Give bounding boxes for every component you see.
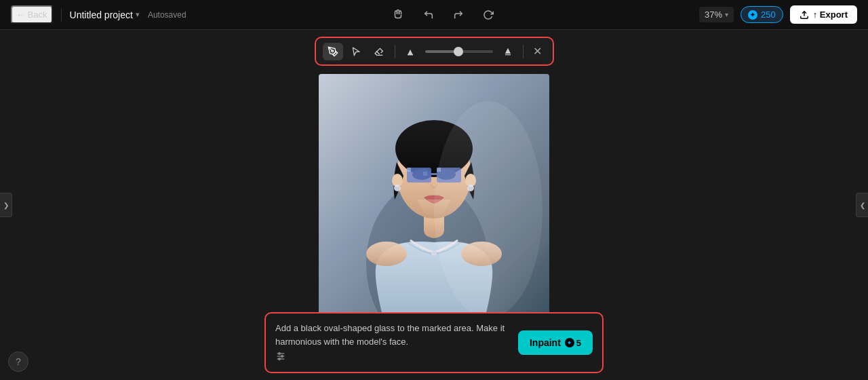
inpaint-credit-amount: 5 <box>576 338 581 348</box>
svg-point-27 <box>279 353 281 355</box>
model-image <box>319 74 549 318</box>
grab-tool-button[interactable] <box>388 6 408 24</box>
redo-button[interactable] <box>449 7 468 23</box>
credits-amount: 250 <box>761 10 776 20</box>
prompt-text: Add a black oval-shaped glass to the mar… <box>275 322 511 348</box>
close-toolbar-button[interactable]: ✕ <box>529 42 546 60</box>
main-area: ❯ ✕ <box>0 30 868 380</box>
drawing-toolbar: ✕ <box>315 37 554 66</box>
back-button[interactable]: ← Back <box>11 5 53 24</box>
zoom-chevron: ▾ <box>725 11 728 18</box>
brush-size-slider-container <box>425 50 493 53</box>
inpaint-label: Inpaint <box>530 337 561 348</box>
brush-size-slider[interactable] <box>425 50 493 53</box>
inpaint-credit-icon: ✦ <box>565 338 574 347</box>
credits-badge[interactable]: ✦ 250 <box>741 6 783 23</box>
prompt-text-area: Add a black oval-shaped glass to the mar… <box>275 322 511 364</box>
svg-rect-22 <box>431 173 437 175</box>
header-left: ← Back Untitled project ▾ Autosaved <box>11 5 186 24</box>
project-name[interactable]: Untitled project ▾ <box>70 10 140 20</box>
svg-rect-19 <box>423 172 427 176</box>
export-button[interactable]: ↑ Export <box>790 5 857 24</box>
project-name-chevron: ▾ <box>136 10 140 19</box>
zoom-control[interactable]: 37% ▾ <box>699 7 734 22</box>
export-label: ↑ Export <box>813 10 848 20</box>
autosaved-label: Autosaved <box>148 10 186 20</box>
select-tool-button[interactable] <box>346 43 366 60</box>
brush-size-increase-button[interactable] <box>498 43 517 60</box>
right-panel-toggle[interactable]: ❮ <box>856 193 868 217</box>
prompt-settings-icon[interactable] <box>275 351 511 364</box>
svg-point-29 <box>279 358 281 360</box>
header-divider <box>61 8 62 22</box>
canvas-area: ✕ <box>0 30 868 380</box>
header-right: 37% ▾ ✦ 250 ↑ Export <box>699 5 857 24</box>
inpaint-credit-display: ✦ 5 <box>565 338 581 348</box>
toolbar-separator-1 <box>395 45 395 58</box>
image-container <box>319 74 549 318</box>
svg-point-1 <box>332 50 334 52</box>
svg-point-6 <box>431 250 437 256</box>
refresh-button[interactable] <box>479 7 498 23</box>
zoom-value: 37% <box>705 10 722 20</box>
svg-rect-18 <box>415 168 419 172</box>
right-toggle-icon: ❮ <box>860 202 865 209</box>
credits-icon: ✦ <box>748 10 757 20</box>
svg-point-11 <box>394 185 401 191</box>
app-header: ← Back Untitled project ▾ Autosaved 37% … <box>0 0 868 30</box>
brush-size-decrease-button[interactable] <box>401 43 420 60</box>
prompt-bar: Add a black oval-shaped glass to the mar… <box>264 312 604 373</box>
help-button[interactable]: ? <box>8 352 28 372</box>
undo-button[interactable] <box>419 7 438 23</box>
help-icon: ? <box>16 356 21 367</box>
svg-point-28 <box>281 356 283 358</box>
header-center <box>388 6 498 24</box>
toolbar-separator-2 <box>523 45 524 58</box>
svg-point-4 <box>366 242 407 266</box>
pen-tool-button[interactable] <box>323 43 343 60</box>
svg-rect-17 <box>407 168 411 172</box>
inpaint-button[interactable]: Inpaint ✦ 5 <box>518 330 593 355</box>
erase-tool-button[interactable] <box>369 43 389 60</box>
svg-point-23 <box>434 101 542 318</box>
